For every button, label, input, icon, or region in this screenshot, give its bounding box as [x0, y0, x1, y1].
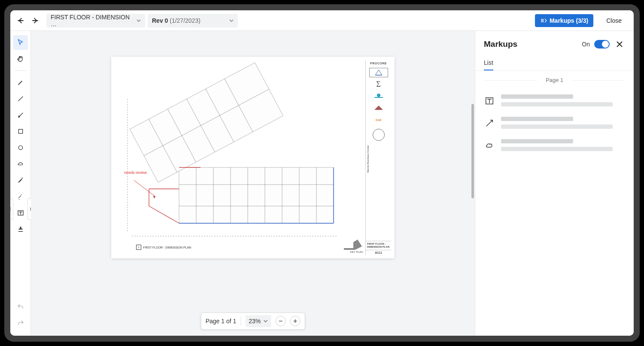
svg-rect-0: [18, 129, 22, 133]
rectangle-tool[interactable]: [13, 124, 28, 139]
toggle-label: On: [582, 41, 590, 48]
zoom-dropdown[interactable]: 23%: [245, 315, 271, 327]
markups-panel: Markups On List Page 1: [475, 31, 634, 336]
placeholder-line: [501, 139, 573, 143]
top-bar: FIRST FLOOR - DIMENSION … Rev 0 (1/27/20…: [10, 10, 634, 31]
key-plan: KEY PLAN: [337, 238, 363, 253]
logo-icon: [369, 103, 388, 112]
ellipse-tool[interactable]: [13, 140, 28, 155]
svg-line-29: [134, 180, 155, 197]
list-item[interactable]: [484, 89, 625, 112]
svg-line-24: [149, 206, 179, 223]
north-arrow-icon: [373, 129, 385, 141]
revision-dropdown[interactable]: Rev 0 (1/27/2023): [148, 14, 238, 27]
text-highlight-tool[interactable]: [13, 189, 28, 204]
left-toolbar: [10, 31, 31, 336]
revision-date: (1/27/2023): [170, 17, 200, 24]
markups-list: Page 1: [475, 71, 634, 162]
drawing-page: needs review 1 FIRST FLOOR - DIMENSION P…: [111, 57, 395, 258]
zoom-out-button[interactable]: [275, 316, 286, 326]
pen-tool[interactable]: [13, 75, 28, 90]
svg-point-1: [18, 146, 22, 149]
plan-caption: 1 FIRST FLOOR - DIMENSION PLAN: [136, 245, 191, 250]
placeholder-line: [501, 94, 573, 99]
drawing-dropdown[interactable]: FIRST FLOOR - DIMENSION …: [46, 14, 145, 27]
chevron-down-icon: [229, 18, 234, 23]
key-plan-label: KEY PLAN: [350, 251, 363, 253]
toolbar-expand-left[interactable]: [10, 198, 13, 220]
sheet-number: A111: [366, 250, 391, 255]
markups-icon: [540, 17, 547, 24]
zoom-value: 23%: [249, 318, 261, 325]
drawing-dropdown-label: FIRST FLOOR - DIMENSION …: [51, 14, 131, 27]
page-indicator: Page 1 of 1: [206, 318, 237, 325]
logo-icon: [369, 91, 388, 100]
page-controls: Page 1 of 1 23%: [201, 313, 305, 330]
floor-plan-graphic: [115, 60, 364, 255]
canvas-area[interactable]: needs review 1 FIRST FLOOR - DIMENSION P…: [31, 31, 475, 336]
procore-logo: PROCORE: [369, 61, 388, 65]
placeholder-line: [501, 124, 613, 129]
pan-tool[interactable]: [13, 52, 28, 66]
svg-point-31: [377, 94, 380, 97]
undo-button[interactable]: [13, 300, 28, 314]
markup-annotation-text: needs review: [124, 170, 147, 175]
plan-caption-number: 1: [136, 245, 141, 250]
nav-forward-button[interactable]: [29, 15, 41, 27]
sheet-title: FIRST FLOOR - DIMENSION PLAN: [366, 241, 391, 250]
svg-rect-32: [374, 97, 383, 98]
chevron-down-icon: [263, 319, 267, 323]
project-name: Marine Business Center: [366, 143, 370, 174]
close-icon: [616, 40, 623, 48]
arrow-tool[interactable]: [13, 108, 28, 122]
svg-marker-30: [344, 240, 362, 250]
revision-label: Rev 0: [152, 17, 168, 24]
highlight-tool[interactable]: [13, 173, 28, 188]
markups-button-label: Markups (3/3): [550, 17, 588, 24]
page-separator: Page 1: [484, 77, 625, 83]
scrollbar[interactable]: [471, 104, 474, 198]
titleblock: PROCORE Σ Cn3: [365, 60, 391, 255]
text-box-tool[interactable]: [13, 206, 28, 220]
nav-back-button[interactable]: [15, 15, 27, 27]
placeholder-line: [501, 147, 613, 151]
panel-title: Markups: [484, 39, 577, 49]
close-button[interactable]: Close: [606, 17, 622, 24]
list-item[interactable]: [484, 112, 625, 134]
markups-button[interactable]: Markups (3/3): [535, 14, 593, 27]
line-tool[interactable]: [13, 91, 28, 106]
text-box-icon: [484, 95, 495, 106]
placeholder-line: [501, 102, 613, 106]
placeholder-line: [501, 117, 573, 121]
zoom-in-button[interactable]: [290, 316, 300, 326]
markups-toggle[interactable]: [594, 40, 610, 49]
stamp-tool[interactable]: [13, 222, 28, 237]
plan-caption-text: FIRST FLOOR - DIMENSION PLAN: [143, 246, 191, 249]
cloud-icon: [484, 140, 495, 151]
cn3-logo: Cn3: [369, 115, 388, 124]
sigma-logo: Σ: [369, 80, 388, 88]
arrow-icon: [484, 118, 495, 129]
panel-close-button[interactable]: [614, 39, 625, 50]
select-tool[interactable]: [13, 35, 28, 50]
tab-list[interactable]: List: [484, 56, 493, 70]
logo-icon: [369, 68, 388, 77]
chevron-down-icon: [137, 18, 141, 23]
svg-rect-3: [179, 167, 334, 223]
redo-button[interactable]: [13, 316, 28, 331]
list-item[interactable]: [484, 134, 625, 156]
cloud-tool[interactable]: [13, 157, 28, 171]
